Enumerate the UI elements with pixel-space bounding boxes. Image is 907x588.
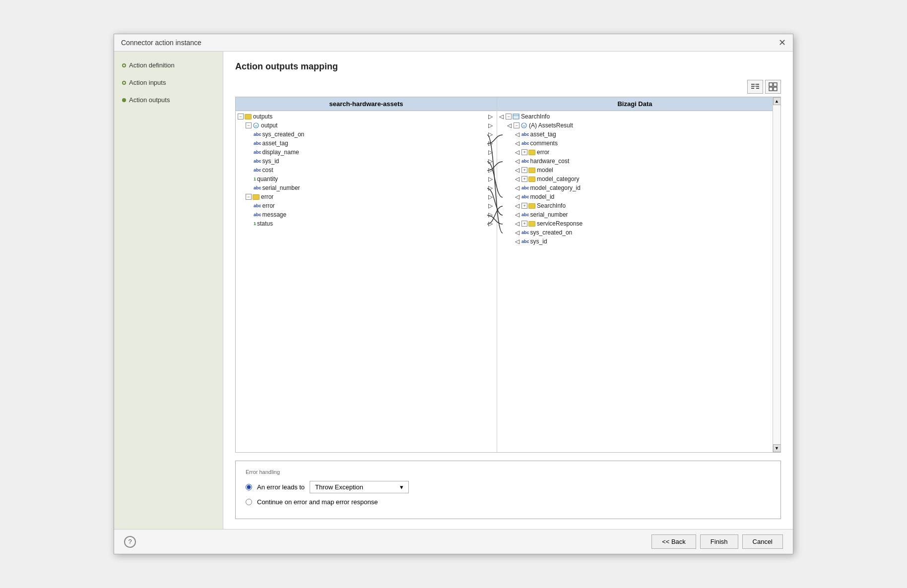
back-button[interactable]: << Back [651, 534, 696, 549]
tree-item-hardware-cost[interactable]: ◁ abc hardware_cost [497, 157, 773, 166]
tree-item-cost[interactable]: abc cost ▷ [236, 166, 497, 175]
tree-item-model[interactable]: ◁ + model [497, 166, 773, 175]
mapping-view-btn[interactable] [747, 80, 763, 94]
arrow-left: ◁ [499, 113, 504, 120]
tree-item-sys-id-r[interactable]: ◁ abc sys_id [497, 237, 773, 246]
tree-label: serviceResponse [537, 220, 583, 227]
throw-exception-dropdown[interactable]: Throw Exception ▾ [310, 481, 409, 493]
tree-label: model [537, 167, 553, 174]
tree-item-error-group[interactable]: − error ▷ [236, 192, 497, 201]
tree-item-model-id[interactable]: ◁ abc model_id [497, 192, 773, 201]
tree-label: SearchInfo [537, 202, 566, 209]
tree-item-error-field[interactable]: abc error ▷ [236, 201, 497, 210]
right-panel-header: Bizagi Data [497, 97, 773, 111]
expand-icon[interactable]: + [521, 221, 527, 227]
error-handling-section: Error handling An error leads to Throw E… [235, 461, 781, 519]
tree-item-search-info-r[interactable]: ◁ + SearchInfo [497, 201, 773, 210]
type-badge: 1 [254, 176, 256, 181]
sidebar: Action definition Action inputs Action o… [114, 52, 223, 529]
folder-icon [528, 150, 535, 155]
arrow-left: ◁ [515, 220, 519, 227]
svg-rect-10 [769, 87, 773, 91]
sidebar-item-action-outputs[interactable]: Action outputs [122, 96, 215, 104]
cancel-button[interactable]: Cancel [742, 534, 783, 549]
tree-item-serial-number-r[interactable]: ◁ abc serial_number [497, 210, 773, 219]
tree-item-output[interactable]: − ∞ output ▷ [236, 121, 497, 130]
scroll-up-btn[interactable]: ▲ [773, 97, 781, 105]
sidebar-item-action-inputs[interactable]: Action inputs [122, 79, 215, 86]
tree-label: comments [530, 140, 558, 147]
expand-icon[interactable]: − [514, 122, 519, 128]
type-badge: abc [521, 141, 529, 146]
tree-item-sys-created-on[interactable]: abc sys_created_on ▷ [236, 130, 497, 139]
footer-left: ? [124, 536, 136, 548]
dropdown-value: Throw Exception [315, 483, 363, 491]
arrow-right: ▷ [488, 140, 493, 147]
svg-rect-5 [756, 88, 759, 89]
arrow-right: ▷ [488, 167, 493, 174]
right-panel-content: ◁ − SearchInfo ◁ − ∞ (A) AssetsResult [497, 111, 773, 452]
radio-row-2: Continue on error and map error response [246, 498, 771, 506]
expand-icon[interactable]: − [246, 194, 252, 200]
arrow-right: ▷ [488, 184, 493, 191]
type-badge: 1 [254, 221, 256, 226]
grid-view-btn[interactable] [765, 80, 781, 94]
tree-item-assets-result[interactable]: ◁ − ∞ (A) AssetsResult [497, 121, 773, 130]
expand-icon[interactable]: + [521, 149, 527, 155]
type-badge: abc [521, 230, 529, 235]
tree-item-message[interactable]: abc message ▷ [236, 210, 497, 219]
chevron-down-icon: ▾ [400, 483, 403, 491]
expand-icon[interactable]: − [238, 114, 244, 119]
finish-button[interactable]: Finish [700, 534, 738, 549]
radio-row-1: An error leads to Throw Exception ▾ [246, 481, 771, 493]
folder-icon [528, 221, 535, 227]
type-badge: abc [254, 203, 261, 208]
tree-label: hardware_cost [530, 158, 570, 165]
entity-icon: ∞ [520, 122, 527, 128]
tree-item-sys-id[interactable]: abc sys_id ▷ [236, 157, 497, 166]
tree-label: serial_number [262, 184, 300, 191]
expand-icon[interactable]: − [506, 114, 512, 119]
close-button[interactable]: ✕ [778, 38, 786, 47]
expand-icon[interactable]: + [521, 167, 527, 173]
tree-item-service-response[interactable]: ◁ + serviceResponse [497, 219, 773, 228]
tree-item-outputs[interactable]: − outputs ▷ [236, 112, 497, 121]
arrow-left: ◁ [515, 238, 519, 245]
radio-continue-on-error[interactable] [246, 499, 252, 505]
left-panel: search-hardware-assets − outputs ▷ − ∞ [236, 97, 497, 452]
tree-item-comments[interactable]: ◁ abc comments [497, 139, 773, 148]
sidebar-label: Action definition [129, 61, 175, 69]
tree-item-quantity[interactable]: 1 quantity ▷ [236, 175, 497, 183]
folder-icon [528, 203, 535, 209]
arrow-left: ◁ [515, 140, 519, 147]
expand-icon[interactable]: + [521, 176, 527, 182]
tree-item-model-category[interactable]: ◁ + model_category [497, 175, 773, 183]
arrow-left: ◁ [515, 184, 519, 191]
tree-item-display-name[interactable]: abc display_name ▷ [236, 148, 497, 157]
expand-icon[interactable]: + [521, 203, 527, 209]
tree-label: message [262, 211, 287, 218]
radio-an-error[interactable] [246, 484, 252, 490]
dialog: Connector action instance ✕ Action defin… [114, 34, 793, 554]
expand-icon[interactable]: − [246, 122, 252, 128]
sidebar-item-action-definition[interactable]: Action definition [122, 61, 215, 69]
help-button[interactable]: ? [124, 536, 136, 548]
tree-item-asset-tag[interactable]: abc asset_tag ▷ [236, 139, 497, 148]
arrow-left: ◁ [515, 211, 519, 218]
tree-item-asset-tag-r[interactable]: ◁ abc asset_tag [497, 130, 773, 139]
arrow-right: ▷ [488, 220, 493, 227]
tree-item-sys-created-on-r[interactable]: ◁ abc sys_created_on [497, 228, 773, 237]
scroll-down-btn[interactable]: ▼ [773, 444, 781, 452]
tree-label: outputs [253, 113, 272, 120]
tree-item-model-category-id[interactable]: ◁ abc model_category_id [497, 183, 773, 192]
scroll-track [773, 105, 781, 444]
folder-icon [253, 194, 259, 200]
tree-item-search-info[interactable]: ◁ − SearchInfo [497, 112, 773, 121]
left-panel-content: − outputs ▷ − ∞ output ▷ [236, 111, 497, 452]
page-title: Action outputs mapping [235, 61, 781, 72]
scrollbar[interactable]: ▲ ▼ [773, 97, 780, 452]
tree-item-error-r[interactable]: ◁ + error [497, 148, 773, 157]
tree-item-status[interactable]: 1 status ▷ [236, 219, 497, 228]
arrow-right: ▷ [488, 158, 493, 165]
tree-item-serial-number[interactable]: abc serial_number ▷ [236, 183, 497, 192]
